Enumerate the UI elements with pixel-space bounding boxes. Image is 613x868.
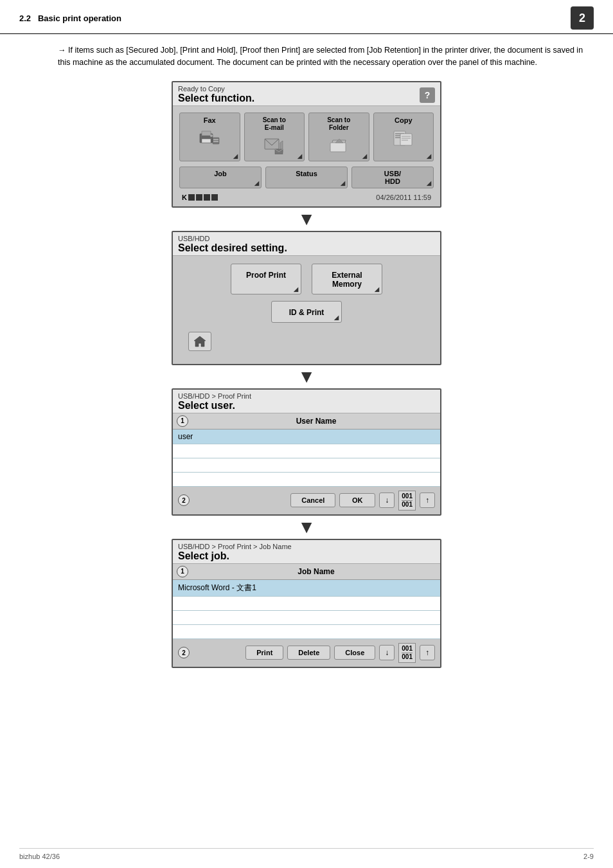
user-row-2[interactable] xyxy=(173,444,440,458)
fax-label: Fax xyxy=(182,116,237,124)
scan-folder-corner-arrow: ◢ xyxy=(362,153,367,159)
screen1-body: Fax ◢ xyxy=(173,106,440,206)
user-list-header: 1 User Name xyxy=(173,413,440,429)
job-row-1[interactable]: Microsoft Word - 文書1 xyxy=(173,580,440,597)
screen-usb-hdd: USB/HDD Select desired setting. Proof Pr… xyxy=(172,231,441,365)
screen2-subtitle: Select desired setting. xyxy=(178,242,435,254)
screen-select-job: USB/HDD > Proof Print > Job Name Select … xyxy=(172,539,441,668)
svg-point-3 xyxy=(210,134,213,137)
job-row-3[interactable] xyxy=(173,611,440,625)
page-total: 001 xyxy=(402,501,413,509)
copy-icon xyxy=(393,129,414,148)
scan-folder-icon-area xyxy=(312,134,366,158)
scan-email-label: Scan toE-mail xyxy=(247,116,302,132)
screen3-footer-btns: Cancel OK ↓ 001 001 ↑ xyxy=(290,491,435,511)
intro-arrow: → xyxy=(58,46,68,55)
screen2-header: USB/HDD Select desired setting. xyxy=(173,232,440,256)
section-number: 2.2 xyxy=(19,14,31,23)
svg-marker-21 xyxy=(194,336,206,347)
fax-button[interactable]: Fax ◢ xyxy=(179,113,240,161)
user-row-1[interactable]: user xyxy=(173,429,440,444)
screen4-subtitle: Select job. xyxy=(178,550,435,562)
scroll-down-button-4[interactable]: ↓ xyxy=(379,645,395,660)
svg-rect-2 xyxy=(202,139,211,143)
job-row-2[interactable] xyxy=(173,597,440,611)
screen-ready-to-copy: Ready to Copy Select function. ? Fax xyxy=(172,81,441,208)
external-memory-arrow: ◢ xyxy=(375,286,379,293)
scroll-up-button-4[interactable]: ↑ xyxy=(420,645,435,660)
fax-icon xyxy=(199,129,220,148)
scan-folder-button[interactable]: Scan toFolder ◢ xyxy=(308,113,369,161)
screen3-footer: 2 Cancel OK ↓ 001 001 ↑ xyxy=(173,487,440,514)
intro-paragraph: → If items such as [Secured Job], [Print… xyxy=(19,44,594,69)
scroll-down-button[interactable]: ↓ xyxy=(379,493,395,508)
screens-container: Ready to Copy Select function. ? Fax xyxy=(19,81,594,668)
id-print-label: ID & Print xyxy=(289,308,324,317)
usb-hdd-button[interactable]: USB/HDD ◢ xyxy=(351,167,434,188)
page-content: → If items such as [Secured Job], [Print… xyxy=(0,34,613,687)
screen1-header: Ready to Copy Select function. ? xyxy=(173,82,440,106)
scan-folder-label: Scan toFolder xyxy=(312,116,366,132)
scan-email-button[interactable]: Scan toE-mail ◢ xyxy=(244,113,305,161)
svg-rect-1 xyxy=(202,131,211,136)
k-sq-3 xyxy=(204,194,210,201)
job-list-num: 1 xyxy=(177,566,188,577)
screen1-status: Ready to Copy xyxy=(178,85,435,93)
cancel-button[interactable]: Cancel xyxy=(290,493,335,507)
svg-rect-5 xyxy=(213,139,218,140)
usb-btn-row2: ID & Print ◢ xyxy=(183,301,430,323)
external-memory-label: ExternalMemory xyxy=(332,271,362,289)
close-button[interactable]: Close xyxy=(334,646,375,660)
home-icon xyxy=(193,336,206,347)
home-button[interactable] xyxy=(188,332,211,351)
print-button[interactable]: Print xyxy=(245,646,283,660)
fax-corner-arrow: ◢ xyxy=(233,153,238,159)
copy-corner-arrow: ◢ xyxy=(427,153,431,159)
usb-hdd-label: USB/HDD xyxy=(384,170,401,185)
k-sq-4 xyxy=(211,194,218,201)
section-title: 2.2 Basic print operation xyxy=(19,14,121,23)
user-row-4[interactable] xyxy=(173,473,440,487)
section-name: Basic print operation xyxy=(38,14,121,23)
scroll-up-button[interactable]: ↑ xyxy=(420,493,435,508)
user-list-num: 1 xyxy=(177,415,188,427)
help-button[interactable]: ? xyxy=(420,87,435,103)
copy-button[interactable]: Copy xyxy=(373,113,434,161)
usb-buttons-row: Proof Print ◢ ExternalMemory ◢ xyxy=(183,264,430,294)
page-indicator-4: 001 001 xyxy=(398,643,416,663)
id-print-button[interactable]: ID & Print ◢ xyxy=(271,301,342,323)
k-indicator: K xyxy=(182,194,218,201)
delete-button[interactable]: Delete xyxy=(287,646,330,660)
status-button[interactable]: Status ◢ xyxy=(265,167,348,188)
bottom-row: Job ◢ Status ◢ USB/HDD ◢ xyxy=(179,167,434,188)
status-corner-arrow: ◢ xyxy=(341,180,345,186)
usb-hdd-corner-arrow: ◢ xyxy=(427,180,431,186)
proof-print-label: Proof Print xyxy=(246,271,286,280)
user-list-rows: user xyxy=(173,429,440,487)
datetime: 04/26/2011 11:59 xyxy=(376,194,431,201)
screen4-breadcrumb: USB/HDD > Proof Print > Job Name xyxy=(178,543,435,550)
copy-icon-area xyxy=(377,126,431,150)
job-button[interactable]: Job ◢ xyxy=(179,167,262,188)
fax-icon-area xyxy=(182,126,237,150)
arrow-down-1: ▼ xyxy=(298,210,315,228)
job-row-4[interactable] xyxy=(173,625,440,639)
screen4-body: 1 Job Name Microsoft Word - 文書1 2 Print … xyxy=(173,564,440,667)
ok-button[interactable]: OK xyxy=(339,493,375,507)
user-row-3[interactable] xyxy=(173,458,440,473)
page-current-4: 001 xyxy=(402,645,413,653)
job-label: Job xyxy=(214,170,227,177)
status-label: Status xyxy=(296,170,317,177)
k-squares xyxy=(188,194,218,201)
screen4-footer-btns: Print Delete Close ↓ 001 001 ↑ xyxy=(245,643,435,663)
page-indicator: 001 001 xyxy=(398,491,416,511)
svg-rect-18 xyxy=(402,136,411,137)
page-header: 2.2 Basic print operation 2 xyxy=(0,0,613,34)
k-sq-1 xyxy=(188,194,195,201)
page-current: 001 xyxy=(402,493,413,500)
external-memory-button[interactable]: ExternalMemory ◢ xyxy=(312,264,382,294)
svg-rect-11 xyxy=(330,143,346,152)
proof-print-button[interactable]: Proof Print ◢ xyxy=(231,264,301,294)
arrow-down-3: ▼ xyxy=(298,518,315,536)
footer-left: bizhub 42/36 xyxy=(19,853,60,860)
